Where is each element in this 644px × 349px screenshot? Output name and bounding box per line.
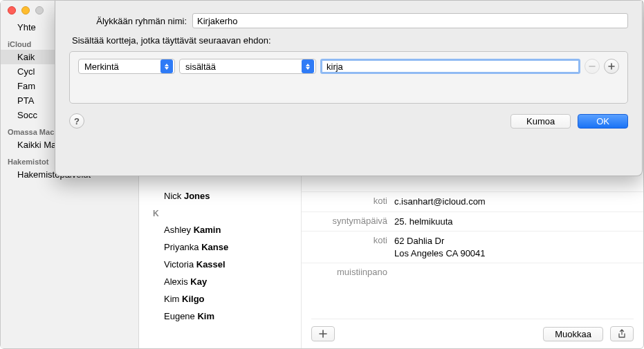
rule-field-select[interactable]: Merkintä <box>78 59 175 74</box>
close-icon[interactable] <box>8 6 16 15</box>
add-button[interactable] <box>311 326 335 341</box>
name-label: Älykkään ryhmän nimi: <box>69 16 187 26</box>
detail-row: syntymäpäivä 25. helmikuuta <box>302 211 643 232</box>
share-button[interactable] <box>610 326 634 341</box>
detail-label: koti <box>311 235 394 259</box>
window-controls <box>8 6 44 15</box>
first-name: Priyanka <box>164 242 199 252</box>
last-name: Kassel <box>196 259 226 270</box>
last-name: Jones <box>184 191 210 201</box>
plus-icon <box>319 330 327 338</box>
rule-field-value: Merkintä <box>84 62 119 72</box>
chevrons-icon <box>302 59 314 73</box>
last-name: Kilgo <box>182 294 205 304</box>
first-name: Victoria <box>164 259 194 270</box>
last-name: Kim <box>197 311 214 321</box>
last-name: Kay <box>190 276 207 287</box>
smart-group-sheet: Älykkään ryhmän nimi: Sisältää kortteja,… <box>55 1 643 176</box>
first-name: Nick <box>164 191 181 201</box>
condition-subtitle: Sisältää kortteja, jotka täyttävät seura… <box>69 35 628 46</box>
plus-icon <box>608 63 615 70</box>
question-icon: ? <box>74 116 80 126</box>
detail-toolbar: Muokkaa <box>311 319 634 341</box>
rules-box: Merkintä sisältää <box>69 51 628 104</box>
minimize-icon[interactable] <box>21 6 30 15</box>
detail-row: koti 62 Dahlia Dr Los Angeles CA 90041 <box>302 231 643 263</box>
detail-value: c.isanhart@icloud.com <box>394 196 634 208</box>
rule-value-input[interactable] <box>320 59 580 74</box>
list-item[interactable]: Eugene Kim <box>139 308 301 325</box>
group-name-input[interactable] <box>192 13 628 28</box>
detail-value: 25. helmikuuta <box>394 216 634 228</box>
detail-row: muistiinpano <box>302 263 643 281</box>
name-row: Älykkään ryhmän nimi: <box>69 13 628 28</box>
list-section-letter: K <box>139 205 301 221</box>
detail-label: muistiinpano <box>311 267 394 277</box>
ok-button[interactable]: OK <box>578 114 628 129</box>
detail-value: 62 Dahlia Dr Los Angeles CA 90041 <box>394 235 634 259</box>
rule-operator-select[interactable]: sisältää <box>179 59 316 74</box>
cancel-button[interactable]: Kumoa <box>510 114 571 129</box>
first-name: Kim <box>164 294 179 304</box>
minus-icon <box>589 63 596 70</box>
rule-row: Merkintä sisältää <box>78 59 619 74</box>
first-name: Ashley <box>164 225 191 235</box>
list-item[interactable]: Nick Jones <box>139 187 301 205</box>
detail-row: koti c.isanhart@icloud.com <box>302 191 643 211</box>
rule-operator-value: sisältää <box>185 62 216 72</box>
list-item[interactable]: Victoria Kassel <box>139 256 301 273</box>
list-item[interactable]: Kim Kilgo <box>139 290 301 308</box>
app-window: Yhte iCloud Kaik Cycl Fam PTA Socc Omass… <box>0 0 644 349</box>
list-item[interactable]: Alexis Kay <box>139 273 301 290</box>
maximize-icon <box>35 6 44 15</box>
first-name: Eugene <box>164 311 195 321</box>
edit-button[interactable]: Muokkaa <box>543 327 603 341</box>
first-name: Alexis <box>164 276 188 287</box>
last-name: Kanse <box>201 242 228 252</box>
list-item[interactable]: Ashley Kamin <box>139 221 301 238</box>
detail-label: syntymäpäivä <box>311 216 394 228</box>
detail-value <box>394 267 634 277</box>
chevrons-icon <box>160 59 173 73</box>
share-icon <box>618 329 626 339</box>
detail-label: koti <box>311 196 394 208</box>
sheet-footer: ? Kumoa OK <box>69 113 628 129</box>
list-item[interactable]: Priyanka Kanse <box>139 238 301 256</box>
last-name: Kamin <box>194 225 221 235</box>
add-rule-button[interactable] <box>604 59 619 74</box>
help-button[interactable]: ? <box>69 113 84 129</box>
remove-rule-button <box>585 59 600 74</box>
